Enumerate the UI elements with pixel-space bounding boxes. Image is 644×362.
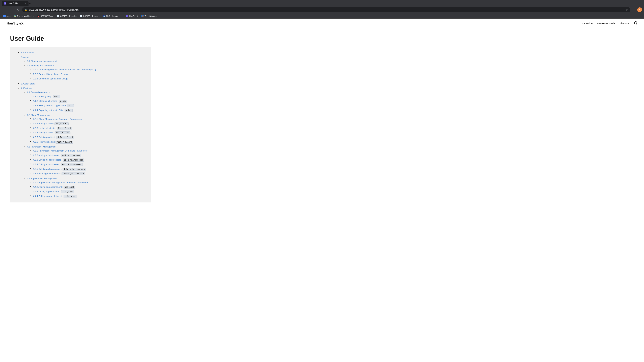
toc-item-4-3-3: 4.3.3 Listing all hairdressers : list_ha… [30, 158, 146, 162]
toc-item-4-4: 4.4 Appointment Management 4.4.1 Appoint… [24, 176, 146, 199]
nav-user-guide[interactable]: User Guide [581, 22, 593, 25]
bookmark-github-icon: 🐙 [37, 15, 40, 17]
bookmark-hairstylex-icon: ✂ [126, 15, 128, 17]
toc-link-4-4-1[interactable]: 4.4.1 Appointment Management Command Par… [33, 181, 88, 184]
toc-link-4-4-2[interactable]: 4.4.2 Adding an appointment : add_appt [33, 186, 75, 188]
tab-close-button[interactable]: ✕ [24, 2, 26, 5]
toc-about-children: 2.1 Structure of this document 2.2 Readi… [21, 59, 146, 81]
toc-item-4-1-2: 4.1.2 Clearing all entries : clear [30, 99, 146, 103]
toc-link-4-2-5[interactable]: 4.2.5 Deleting a client : delete_client [33, 136, 74, 138]
toc-link-4-4-3[interactable]: 4.4.3 Listing appointments : list_appt [33, 190, 74, 193]
toc-link-introduction[interactable]: 1. Introduction [21, 51, 35, 54]
github-icon[interactable] [634, 21, 637, 25]
toc-link-quickstart[interactable]: 3. Quick Start [21, 82, 34, 85]
back-button[interactable]: ← [2, 7, 8, 12]
active-tab[interactable]: ✂ User Guide ✕ [2, 1, 28, 6]
toc-link-4-3-5[interactable]: 4.3.5 Deleting a hairdresser : delete_ha… [33, 168, 86, 170]
toc-link-2-2[interactable]: 2.2 Reading this document [27, 64, 54, 67]
bookmark-star-icon[interactable]: ☆ [626, 8, 628, 11]
toc-link-4-4-4[interactable]: 4.4.4 Editing an appointment : edit_appt [33, 195, 76, 197]
site-nav: User Guide Developer Guide About Us [581, 21, 637, 25]
toc-link-about[interactable]: 2. About [21, 56, 29, 58]
tab-title: User Guide [8, 2, 23, 4]
toc-link-4-3-6[interactable]: 4.3.6 Filtering hairdressers : filter_ha… [33, 172, 85, 175]
toc-item-4-3-5: 4.3.5 Deleting a hairdresser : delete_ha… [30, 167, 146, 171]
toc-item-4-2-3: 4.2.3 Listing all clients : list_client [30, 126, 146, 130]
toc-code-filter-client: filter_client [56, 141, 73, 144]
bookmark-cs2103-ip[interactable]: CS2103 - iP dash... [56, 14, 78, 18]
toc-item-about: 2. About 2.1 Structure of this document … [18, 55, 146, 82]
reload-button[interactable]: ↻ [16, 7, 21, 12]
toc-item-features: 4. Features 4.1 General commands 4.1.1 V… [18, 86, 146, 199]
toc-item-4-3-6: 4.3.6 Filtering hairdressers : filter_ha… [30, 171, 146, 176]
bookmark-nus-libraries[interactable]: 📚 NUS Libraries - H... [102, 14, 124, 18]
toc-link-4-1-4[interactable]: 4.1.4 Exporting entries to CSV: print [33, 109, 72, 111]
toc-link-4-2-4[interactable]: 4.2.4 Editing a client : edit_client [33, 131, 70, 134]
address-bar[interactable]: 🔒 ay2021s1-cs2103t-t15-1.github.io/tp/Us… [22, 7, 630, 12]
bookmark-talent-connect[interactable]: 💼 Talent Connect [140, 14, 159, 18]
toc-item-4-2-4: 4.2.4 Editing a client : edit_client [30, 130, 146, 135]
toc-code-edit-client: edit_client [55, 131, 70, 134]
toc-code-edit-hairdresser: edit_hairdresser [61, 163, 82, 166]
toc-code-add-client: add_client [54, 122, 68, 125]
toc-link-2-1[interactable]: 2.1 Structure of this document [27, 60, 57, 62]
toc-link-4-3-2[interactable]: 4.3.2 Adding a hairdresser : add_hairdre… [33, 154, 81, 157]
toc-2-2-children: 2.2.1 Terminology related to the Graphic… [27, 67, 146, 81]
profile-button[interactable]: A [637, 7, 642, 12]
toc-item-4-3-4: 4.3.4 Editing a hairdresser : edit_haird… [30, 162, 146, 167]
toc-container: 1. Introduction 2. About 2.1 Structure o… [10, 47, 151, 202]
tab-bar: ✂ User Guide ✕ + [0, 0, 644, 6]
bookmark-cs2103t-forum-label: CS2103T forum [40, 15, 54, 17]
toc-code-list-client: list_client [57, 127, 72, 130]
nav-actions: ⋮ A [632, 7, 642, 12]
toc-link-4-1-3[interactable]: 4.1.3 Exiting from the application: exit [33, 104, 74, 107]
toc-code-list-hairdresser: list_hairdresser [63, 159, 84, 162]
toc-link-4-1-2[interactable]: 4.1.2 Clearing all entries : clear [33, 100, 67, 102]
toc-link-4-2-3[interactable]: 4.2.3 Listing all clients : list_client [33, 127, 72, 129]
bookmark-python-label: Python Machine L... [17, 15, 34, 17]
toc-link-4-3-1[interactable]: 4.3.1 Hairdresser Management Command Par… [33, 149, 88, 152]
toc-link-2-2-2[interactable]: 2.2.2 General Symbols and Syntax [33, 73, 68, 75]
toc-code-list-appt: list_appt [61, 190, 74, 193]
page-content: HairStyleX User Guide Developer Guide Ab… [0, 18, 644, 362]
bookmark-python[interactable]: 🐍 Python Machine L... [12, 14, 36, 18]
toc-item-2-2-1: 2.2.1 Terminology related to the Graphic… [30, 67, 146, 72]
toc-link-4-2-2[interactable]: 4.2.2 Adding a client: add_client [33, 122, 68, 125]
toc-code-edit-appt: edit_appt [64, 195, 76, 198]
toc-4-1-children: 4.1.1 Viewing help : help 4.1.2 Clearing… [27, 94, 146, 112]
toc-item-4-2-1: 4.2.1 Client Management Command Paramete… [30, 117, 146, 121]
toc-item-2-2: 2.2 Reading this document 2.2.1 Terminol… [24, 63, 146, 81]
toc-link-4-2-1[interactable]: 4.2.1 Client Management Command Paramete… [33, 118, 82, 120]
bookmark-cs2103-tp[interactable]: CS2103 - tP progr... [78, 14, 101, 18]
toc-link-2-2-3[interactable]: 2.2.3 Command Syntax and Usage [33, 77, 68, 80]
bookmark-cs2103t-forum[interactable]: 🐙 CS2103T forum [36, 14, 55, 18]
bookmark-hairstylex[interactable]: ✂ HairStyleX [124, 14, 140, 18]
toc-code-clear: clear [59, 100, 67, 103]
toc-link-4-3-3[interactable]: 4.3.3 Listing all hairdressers : list_ha… [33, 159, 84, 161]
toc-link-2-2-1[interactable]: 2.2.1 Terminology related to the Graphic… [33, 68, 96, 71]
toc-link-4-2-6[interactable]: 4.2.6 Filtering clients : filter_client [33, 141, 73, 143]
toc-link-4-4[interactable]: 4.4 Appointment Management [27, 177, 57, 180]
bookmark-apps[interactable]: ⋮⋮ Apps [2, 14, 12, 18]
toc-link-4-1[interactable]: 4.1 General commands [27, 91, 50, 93]
nav-about-us[interactable]: About Us [620, 22, 629, 25]
toc-item-2-2-3: 2.2.3 Command Syntax and Usage [30, 76, 146, 81]
nav-bar: ← → ↻ 🔒 ay2021s1-cs2103t-t15-1.github.io… [0, 6, 644, 14]
forward-button[interactable]: → [9, 7, 14, 12]
toc-link-4-1-1[interactable]: 4.1.1 Viewing help : help [33, 95, 60, 98]
nav-developer-guide[interactable]: Developer Guide [597, 22, 615, 25]
new-tab-button[interactable]: + [29, 2, 30, 5]
extensions-button[interactable]: ⋮ [632, 7, 636, 12]
toc-link-4-2[interactable]: 4.2 Client Management [27, 114, 50, 116]
tab-favicon: ✂ [4, 2, 6, 4]
bookmark-hairstylex-label: HairStyleX [129, 15, 138, 17]
toc-link-4-3[interactable]: 4.3 Hairdresser Management [27, 145, 56, 148]
site-logo[interactable]: HairStyleX [7, 21, 24, 25]
toc-code-add-hairdresser: add_hairdresser [61, 154, 81, 157]
toc-item-4-3-2: 4.3.2 Adding a hairdresser : add_hairdre… [30, 153, 146, 158]
toc-link-4-3-4[interactable]: 4.3.4 Editing a hairdresser : edit_haird… [33, 163, 82, 166]
toc-code-help: help [53, 95, 60, 98]
site-header: HairStyleX User Guide Developer Guide Ab… [0, 18, 644, 28]
toc-link-features[interactable]: 4. Features [21, 87, 32, 89]
toc-item-4-3: 4.3 Hairdresser Management 4.3.1 Hairdre… [24, 144, 146, 176]
